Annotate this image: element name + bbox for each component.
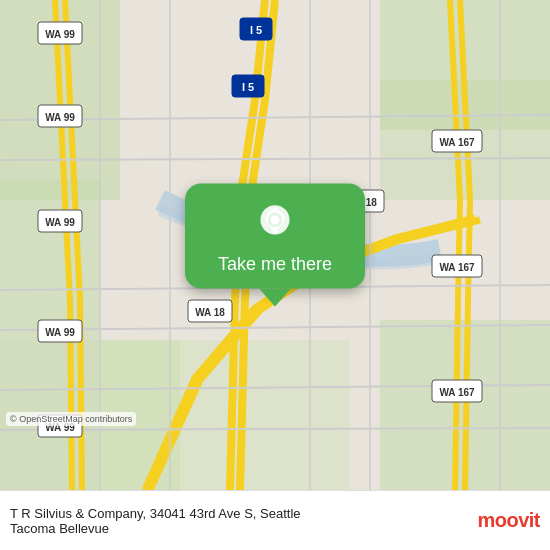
moovit-brand-text: moovit — [477, 509, 540, 532]
info-bar: T R Silvius & Company, 34041 43rd Ave S,… — [0, 490, 550, 550]
svg-text:WA 167: WA 167 — [439, 137, 475, 148]
location-pin-icon — [253, 202, 297, 246]
bubble-tail — [259, 289, 291, 307]
svg-text:WA 18: WA 18 — [195, 307, 225, 318]
svg-rect-2 — [0, 180, 100, 340]
svg-text:WA 167: WA 167 — [439, 387, 475, 398]
svg-text:WA 99: WA 99 — [45, 217, 75, 228]
svg-text:WA 99: WA 99 — [45, 29, 75, 40]
take-me-there-button[interactable]: Take me there — [185, 184, 365, 289]
take-me-there-label: Take me there — [218, 254, 332, 275]
svg-text:WA 99: WA 99 — [45, 112, 75, 123]
svg-text:WA 99: WA 99 — [45, 327, 75, 338]
location-subtitle: Tacoma Bellevue — [10, 521, 467, 536]
svg-text:WA 167: WA 167 — [439, 262, 475, 273]
svg-text:I 5: I 5 — [242, 81, 254, 93]
moovit-logo: moovit — [477, 509, 540, 532]
location-title: T R Silvius & Company, 34041 43rd Ave S,… — [10, 506, 467, 521]
navigation-button-overlay[interactable]: Take me there — [185, 184, 365, 307]
svg-rect-7 — [100, 340, 350, 490]
map-attribution: © OpenStreetMap contributors — [6, 412, 136, 426]
location-info: T R Silvius & Company, 34041 43rd Ave S,… — [10, 506, 467, 536]
svg-text:I 5: I 5 — [250, 24, 262, 36]
map-view: WA 99 WA 99 WA 99 WA 99 WA 99 I 5 I 5 WA… — [0, 0, 550, 490]
